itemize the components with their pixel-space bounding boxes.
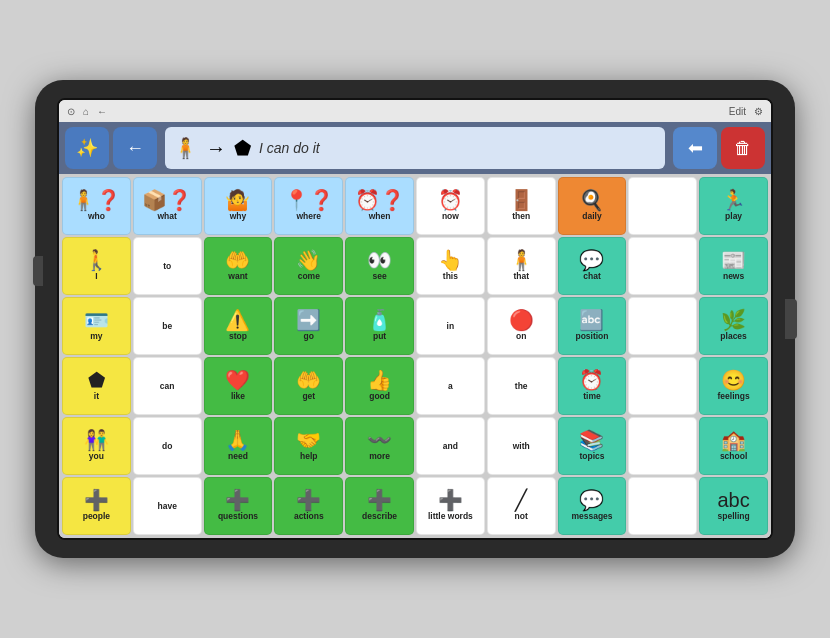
cell-label-get: get (302, 392, 315, 401)
cell-do-4-1[interactable]: do (133, 417, 202, 475)
home-button[interactable] (785, 299, 797, 339)
cell-label-I: I (95, 272, 97, 281)
cell-icon-good: 👍 (367, 370, 392, 390)
cell-chat-1-7[interactable]: 💬chat (558, 237, 627, 295)
cell-label-see: see (373, 272, 387, 281)
cell-icon-it: ⬟ (88, 370, 105, 390)
cell-icon-feelings: 😊 (721, 370, 746, 390)
cell-describe-5-4[interactable]: ➕describe (345, 477, 414, 535)
cell-be-2-1[interactable]: be (133, 297, 202, 355)
cell-school-4-9[interactable]: 🏫school (699, 417, 768, 475)
cell-icon-now: ⏰ (438, 190, 463, 210)
cell-that-1-6[interactable]: 🧍that (487, 237, 556, 295)
cell-icon-see: 👀 (367, 250, 392, 270)
side-button[interactable] (33, 256, 43, 286)
cell-help-4-3[interactable]: 🤝help (274, 417, 343, 475)
cell-label-places: places (720, 332, 746, 341)
cell-get-3-3[interactable]: 🤲get (274, 357, 343, 415)
cell-label-my: my (90, 332, 102, 341)
settings-icon[interactable]: ⚙ (754, 106, 763, 117)
cell-empty-0-8 (628, 177, 697, 235)
cell-icon-need: 🙏 (225, 430, 250, 450)
cell-feelings-3-9[interactable]: 😊feelings (699, 357, 768, 415)
cell-now-0-5[interactable]: ⏰now (416, 177, 485, 235)
cell-label-then: then (512, 212, 530, 221)
back-arrow-button[interactable]: ← (113, 127, 157, 169)
cell-questions-5-2[interactable]: ➕questions (204, 477, 273, 535)
sentence-display: 🧍 → ⬟ I can do it (165, 127, 665, 169)
cell-on-2-6[interactable]: 🔴on (487, 297, 556, 355)
cell-messages-5-7[interactable]: 💬messages (558, 477, 627, 535)
cell-empty-5-8 (628, 477, 697, 535)
cell-a-3-5[interactable]: a (416, 357, 485, 415)
cell-and-4-5[interactable]: and (416, 417, 485, 475)
cell-play-0-9[interactable]: 🏃play (699, 177, 768, 235)
cell-icon-position: 🔤 (579, 310, 604, 330)
clear-button[interactable]: 🗑 (721, 127, 765, 169)
cell-time-3-7[interactable]: ⏰time (558, 357, 627, 415)
cell-with-4-6[interactable]: with (487, 417, 556, 475)
cell-go-2-3[interactable]: ➡️go (274, 297, 343, 355)
cell-position-2-7[interactable]: 🔤position (558, 297, 627, 355)
cell-icon-chat: 💬 (579, 250, 604, 270)
cell-label-put: put (373, 332, 386, 341)
tablet-screen: ⊙ ⌂ ← Edit ⚙ ✨ ← 🧍 → ⬟ I can do it ⬅ 🗑 🧍… (57, 98, 773, 540)
cell-can-3-1[interactable]: can (133, 357, 202, 415)
cell-what-0-1[interactable]: 📦❓what (133, 177, 202, 235)
cell-where-0-3[interactable]: 📍❓where (274, 177, 343, 235)
cell-label-time: time (583, 392, 600, 401)
cell-actions-5-3[interactable]: ➕actions (274, 477, 343, 535)
cell-icon-on: 🔴 (509, 310, 534, 330)
cell-places-2-9[interactable]: 🌿places (699, 297, 768, 355)
delete-word-button[interactable]: ⬅ (673, 127, 717, 169)
cell-who-0-0[interactable]: 🧍❓who (62, 177, 131, 235)
cell-icon-topics: 📚 (579, 430, 604, 450)
edit-label[interactable]: Edit (729, 106, 746, 117)
cell-label-come: come (298, 272, 320, 281)
cell-spelling-5-9[interactable]: abcspelling (699, 477, 768, 535)
cell-I-1-0[interactable]: 🚶I (62, 237, 131, 295)
cell-label-describe: describe (362, 512, 397, 521)
cell-people-5-0[interactable]: ➕people (62, 477, 131, 535)
cell-this-1-5[interactable]: 👆this (416, 237, 485, 295)
cell-label-now: now (442, 212, 459, 221)
cell-not-5-6[interactable]: ╱not (487, 477, 556, 535)
cell-then-0-6[interactable]: 🚪then (487, 177, 556, 235)
cell-why-0-2[interactable]: 🤷why (204, 177, 273, 235)
sentence-text: I can do it (259, 140, 320, 156)
cell-the-3-6[interactable]: the (487, 357, 556, 415)
cell-empty-3-8 (628, 357, 697, 415)
cell-topics-4-7[interactable]: 📚topics (558, 417, 627, 475)
cell-icon-stop: ⚠️ (225, 310, 250, 330)
cell-it-3-0[interactable]: ⬟it (62, 357, 131, 415)
cell-have-5-1[interactable]: have (133, 477, 202, 535)
cell-label-questions: questions (218, 512, 258, 521)
cell-when-0-4[interactable]: ⏰❓when (345, 177, 414, 235)
cell-need-4-2[interactable]: 🙏need (204, 417, 273, 475)
cell-icon-news: 📰 (721, 250, 746, 270)
cell-icon-want: 🤲 (225, 250, 250, 270)
cell-daily-0-7[interactable]: 🍳daily (558, 177, 627, 235)
cell-icon-you: 👫 (84, 430, 109, 450)
cell-label-chat: chat (583, 272, 600, 281)
cell-icon-time: ⏰ (579, 370, 604, 390)
cell-my-2-0[interactable]: 🪪my (62, 297, 131, 355)
cell-stop-2-2[interactable]: ⚠️stop (204, 297, 273, 355)
cell-label-who: who (88, 212, 105, 221)
cell-like-3-2[interactable]: ❤️like (204, 357, 273, 415)
cell-come-1-3[interactable]: 👋come (274, 237, 343, 295)
cell-more-4-4[interactable]: 〰️more (345, 417, 414, 475)
cell-good-3-4[interactable]: 👍good (345, 357, 414, 415)
cell-to-1-1[interactable]: to (133, 237, 202, 295)
magic-wand-button[interactable]: ✨ (65, 127, 109, 169)
cell-news-1-9[interactable]: 📰news (699, 237, 768, 295)
cell-you-4-0[interactable]: 👫you (62, 417, 131, 475)
cell-see-1-4[interactable]: 👀see (345, 237, 414, 295)
cell-label-topics: topics (579, 452, 604, 461)
cell-in-2-5[interactable]: in (416, 297, 485, 355)
cell-label-spelling: spelling (718, 512, 750, 521)
cell-little words-5-5[interactable]: ➕little words (416, 477, 485, 535)
cell-want-1-2[interactable]: 🤲want (204, 237, 273, 295)
cell-icon-not: ╱ (515, 490, 527, 510)
cell-put-2-4[interactable]: 🧴put (345, 297, 414, 355)
